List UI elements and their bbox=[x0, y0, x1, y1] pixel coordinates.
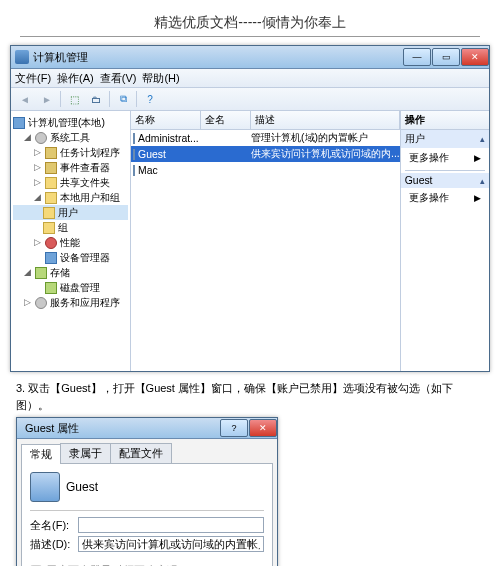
user-icon bbox=[133, 165, 135, 176]
collapse-icon: ▴ bbox=[480, 134, 485, 144]
tree-users-node[interactable]: 用户 bbox=[13, 205, 128, 220]
nav-tree: 计算机管理(本地) ◢系统工具 ▷任务计划程序 ▷事件查看器 ▷共享文件夹 ◢本… bbox=[11, 111, 131, 371]
tab-general[interactable]: 常规 bbox=[21, 444, 61, 464]
list-item[interactable]: Administrat... 管理计算机(域)的内置帐户 bbox=[131, 130, 400, 146]
menu-help[interactable]: 帮助(H) bbox=[142, 71, 179, 86]
props-button[interactable]: 🗀 bbox=[86, 90, 106, 108]
folder-icon bbox=[43, 207, 55, 219]
actions-group-users[interactable]: 用户▴ bbox=[401, 130, 489, 148]
forward-button[interactable]: ► bbox=[37, 90, 57, 108]
maximize-button[interactable]: ▭ bbox=[432, 48, 460, 66]
actions-pane: 操作 用户▴ 更多操作▶ Guest▴ 更多操作▶ bbox=[400, 111, 489, 371]
list-item-guest[interactable]: Guest 供来宾访问计算机或访问域的内... bbox=[131, 146, 400, 162]
action-more-1[interactable]: 更多操作▶ bbox=[401, 148, 489, 168]
expand-icon[interactable]: ▷ bbox=[33, 235, 42, 250]
services-icon bbox=[35, 297, 47, 309]
tree-systools[interactable]: ◢系统工具 bbox=[13, 130, 128, 145]
dialog-help-button[interactable]: ? bbox=[220, 419, 248, 437]
dialog-title: Guest 属性 bbox=[21, 421, 219, 436]
expand-icon[interactable]: ▷ bbox=[33, 145, 42, 160]
up-button[interactable]: ⬚ bbox=[64, 90, 84, 108]
user-icon bbox=[133, 149, 135, 160]
collapse-icon: ▴ bbox=[480, 176, 485, 186]
collapse-icon[interactable]: ◢ bbox=[23, 265, 32, 280]
close-button[interactable]: ✕ bbox=[461, 48, 489, 66]
dialog-close-button[interactable]: ✕ bbox=[249, 419, 277, 437]
user-list-pane: 名称 全名 描述 Administrat... 管理计算机(域)的内置帐户 Gu… bbox=[131, 111, 400, 371]
menu-action[interactable]: 操作(A) bbox=[57, 71, 94, 86]
collapse-icon[interactable]: ◢ bbox=[23, 130, 32, 145]
tree-services[interactable]: ▷服务和应用程序 bbox=[13, 295, 128, 310]
tab-profile[interactable]: 配置文件 bbox=[110, 443, 172, 463]
action-more-2[interactable]: 更多操作▶ bbox=[401, 188, 489, 208]
chevron-right-icon: ▶ bbox=[474, 153, 481, 163]
storage-icon bbox=[35, 267, 47, 279]
col-fullname[interactable]: 全名 bbox=[201, 111, 251, 129]
toolbar: ◄ ► ⬚ 🗀 ⧉ ? bbox=[11, 88, 489, 111]
separator bbox=[30, 510, 264, 511]
tree-disk-mgmt[interactable]: 磁盘管理 bbox=[13, 280, 128, 295]
actions-header: 操作 bbox=[401, 111, 489, 130]
dialog-tabs: 常规 隶属于 配置文件 bbox=[17, 439, 277, 463]
event-icon bbox=[45, 162, 57, 174]
tree-device-mgr[interactable]: 设备管理器 bbox=[13, 250, 128, 265]
separator bbox=[109, 91, 110, 107]
tree-shared-folders[interactable]: ▷共享文件夹 bbox=[13, 175, 128, 190]
tree-task-scheduler[interactable]: ▷任务计划程序 bbox=[13, 145, 128, 160]
device-icon bbox=[45, 252, 57, 264]
folder-icon bbox=[43, 222, 55, 234]
users-icon bbox=[45, 192, 57, 204]
guest-properties-dialog: Guest 属性 ? ✕ 常规 隶属于 配置文件 Guest 全名(F): 描述… bbox=[16, 417, 278, 566]
tools-icon bbox=[35, 132, 47, 144]
chevron-right-icon: ▶ bbox=[474, 193, 481, 203]
tab-pane-general: Guest 全名(F): 描述(D): 用户下次登录时须更改密码(M) 用户不能… bbox=[21, 463, 273, 566]
desc-field[interactable] bbox=[78, 536, 264, 552]
tree-storage[interactable]: ◢存储 bbox=[13, 265, 128, 280]
tree-root[interactable]: 计算机管理(本地) bbox=[13, 115, 128, 130]
app-icon bbox=[15, 50, 29, 64]
separator bbox=[405, 170, 485, 171]
expand-icon[interactable]: ▷ bbox=[23, 295, 32, 310]
tree-event-viewer[interactable]: ▷事件查看器 bbox=[13, 160, 128, 175]
titlebar[interactable]: 计算机管理 — ▭ ✕ bbox=[11, 46, 489, 69]
fullname-field[interactable] bbox=[78, 517, 264, 533]
folder-icon bbox=[45, 177, 57, 189]
window-title: 计算机管理 bbox=[33, 50, 402, 65]
separator bbox=[60, 91, 61, 107]
desc-label: 描述(D): bbox=[30, 537, 78, 552]
tree-groups-node[interactable]: 组 bbox=[13, 220, 128, 235]
col-desc[interactable]: 描述 bbox=[251, 111, 400, 129]
expand-icon[interactable]: ▷ bbox=[33, 175, 42, 190]
actions-group-guest[interactable]: Guest▴ bbox=[401, 173, 489, 188]
list-item[interactable]: Mac bbox=[131, 162, 400, 178]
back-button[interactable]: ◄ bbox=[15, 90, 35, 108]
page-header: 精选优质文档-----倾情为你奉上 bbox=[20, 10, 480, 37]
help-button[interactable]: ? bbox=[140, 90, 160, 108]
perf-icon bbox=[45, 237, 57, 249]
user-large-icon bbox=[30, 472, 60, 502]
tree-local-users[interactable]: ◢本地用户和组 bbox=[13, 190, 128, 205]
dialog-titlebar[interactable]: Guest 属性 ? ✕ bbox=[17, 418, 277, 439]
computer-management-window: 计算机管理 — ▭ ✕ 文件(F) 操作(A) 查看(V) 帮助(H) ◄ ► … bbox=[10, 45, 490, 372]
expand-icon[interactable]: ▷ bbox=[33, 160, 42, 175]
col-name[interactable]: 名称 bbox=[131, 111, 201, 129]
tab-memberof[interactable]: 隶属于 bbox=[60, 443, 111, 463]
instruction-text: 3. 双击【Guest】，打开【Guest 属性】窗口，确保【账户已禁用】选项没… bbox=[16, 380, 484, 413]
clock-icon bbox=[45, 147, 57, 159]
menu-view[interactable]: 查看(V) bbox=[100, 71, 137, 86]
separator bbox=[136, 91, 137, 107]
minimize-button[interactable]: — bbox=[403, 48, 431, 66]
user-icon bbox=[133, 133, 135, 144]
computer-icon bbox=[13, 117, 25, 129]
column-headers: 名称 全名 描述 bbox=[131, 111, 400, 130]
tree-performance[interactable]: ▷性能 bbox=[13, 235, 128, 250]
fullname-label: 全名(F): bbox=[30, 518, 78, 533]
collapse-icon[interactable]: ◢ bbox=[33, 190, 42, 205]
dialog-username: Guest bbox=[66, 480, 98, 494]
menu-file[interactable]: 文件(F) bbox=[15, 71, 51, 86]
menubar: 文件(F) 操作(A) 查看(V) 帮助(H) bbox=[11, 69, 489, 88]
disk-icon bbox=[45, 282, 57, 294]
refresh-button[interactable]: ⧉ bbox=[113, 90, 133, 108]
